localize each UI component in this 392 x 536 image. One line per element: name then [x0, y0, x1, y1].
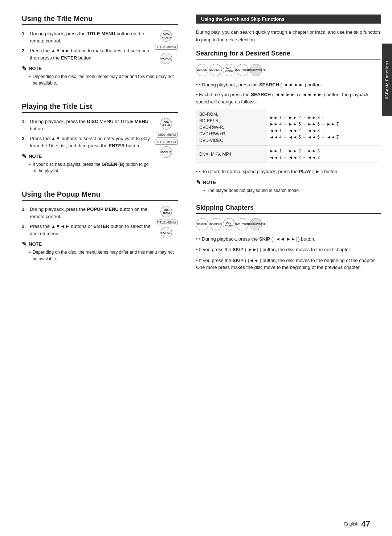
step2: 2. Press the ▲▼◄► buttons to make the de… [22, 47, 151, 61]
disc-icons-row2: BD-ROM BD-RE/-R DVD-VIDEO DVD+RW/+R DivX… [196, 218, 381, 230]
bd-rom-btn: BD-ROM [160, 206, 172, 217]
section3-note: ✎ NOTE Depending on the disc, the menu i… [22, 241, 178, 262]
section-title-list: Playing the Title List BD-RE/-R DISC MEN… [22, 102, 178, 180]
section2-btn-group: BD-RE/-R DISC MENU TITLE MENU POPUP [155, 118, 178, 159]
popup-btn2: POPUP [160, 146, 172, 158]
popup-btn3: POPUP [160, 227, 172, 238]
section3-title: Using the Popup Menu [22, 190, 178, 201]
section3-note-list: Depending on the disc, the menu items ma… [22, 249, 178, 262]
speed-label1: BD-ROM,BD-RE/-R,DVD-RW/-R,DVD+RW/+R,DVD-… [196, 109, 266, 146]
searching-bullets: • During playback, press the SEARCH ( ◄◄… [196, 81, 381, 106]
content-area: Using the Title Menu DVD-VIDEO TITLE MEN… [0, 0, 392, 519]
disc-icon2-bd-re: BD-RE/-R [209, 218, 222, 230]
searching-note-list: The player does not play sound in search… [196, 187, 381, 194]
speed-val1: ►► 1 → ►► 2 → ►► 3 → ►► 4 → ►► 5 → ►► 6 … [266, 109, 381, 146]
section1-content: DVD-VIDEO TITLE MENU POPUP 1. During pla… [22, 30, 178, 92]
step1: 1. During playback, press the DISC MENU … [22, 118, 151, 132]
disc-icon2-bd-rom: BD-ROM [196, 218, 208, 230]
search-skip-intro: During play, you can search quickly thro… [196, 29, 381, 44]
searching-note: ✎ NOTE The player does not play sound in… [196, 179, 381, 194]
note1-item: Depending on the disc, the menu items ma… [29, 73, 178, 86]
section2-title: Playing the Title List [22, 102, 178, 113]
section2-note-list: If your disc has a playlist, press the G… [22, 161, 178, 174]
left-column: Using the Title Menu DVD-VIDEO TITLE MEN… [22, 15, 189, 505]
searching-note1: The player does not play sound in search… [203, 187, 381, 194]
section-title-menu: Using the Title Menu DVD-VIDEO TITLE MEN… [22, 15, 178, 92]
skip-bullet3: If you press the SKIP ( |◄◄ ) button, th… [196, 257, 381, 271]
speed-label2: DivX, MKV, MP4 [196, 146, 266, 163]
note2-item: If your disc has a playlist, press the G… [29, 161, 178, 174]
disc-icon2-dvd-video: DVD-VIDEO [223, 218, 235, 230]
note-label3: ✎ NOTE [22, 241, 151, 247]
side-tab-label: Basic Functions [385, 61, 389, 94]
popup-btn: POPUP [160, 53, 172, 64]
footer: English 47 [0, 519, 392, 536]
step2: 2. Press the ▲▼ buttons to select an ent… [22, 135, 151, 149]
speed-row1: BD-ROM,BD-RE/-R,DVD-RW/-R,DVD+RW/+R,DVD-… [196, 109, 381, 146]
bd-re-btn: BD-RE/-R [160, 118, 172, 130]
title-menu-btn2: TITLE MENU [155, 139, 178, 145]
disc-icons-row1: BD-ROM BD-RE/-R DVD-VIDEO DVD+RW/+R DivX… [196, 64, 381, 76]
speed-val2: ►► 1 → ►► 2 → ►► 3 ◄◄ 1 → ◄◄ 2 → ◄◄ 3 [266, 146, 381, 163]
disc-icon-dvd-video: DVD-VIDEO [223, 64, 235, 76]
note3-item: Depending on the disc, the menu items ma… [29, 249, 178, 262]
note-label2: ✎ NOTE [22, 153, 151, 160]
right-column: Using the Search and Skip Functions Duri… [189, 15, 381, 505]
search-bullet1: • During playback, press the SEARCH ( ◄◄… [196, 81, 381, 89]
section1-title: Using the Title Menu [22, 15, 178, 25]
step1: 1. During playback, press the POPUP MENU… [22, 206, 151, 220]
section1-btn-group: DVD-VIDEO TITLE MENU POPUP [155, 30, 178, 65]
search-bullet3: • To return to normal speed playback, pr… [196, 168, 381, 175]
note-label: ✎ NOTE [22, 65, 151, 72]
title-menu-btn: TITLE MENU [155, 44, 178, 50]
section2-content: BD-RE/-R DISC MENU TITLE MENU POPUP 1. D… [22, 118, 178, 180]
section3-btn-group: BD-ROM TITLE MENU POPUP [155, 206, 178, 239]
searching-title: Searching for a Desired Scene [196, 50, 381, 60]
disc-icon-bd-re: BD-RE/-R [209, 64, 222, 76]
skipping-title: Skipping Chapters [196, 204, 381, 214]
section-popup-menu: Using the Popup Menu BD-ROM TITLE MENU P… [22, 190, 178, 268]
step2: 2. Press the ▲▼◄► buttons or ENTER butto… [22, 223, 151, 237]
speed-row2: DivX, MKV, MP4 ►► 1 → ►► 2 → ►► 3 ◄◄ 1 →… [196, 146, 381, 163]
skipping-bullets: • During playback, press the SKIP ( |◄◄ … [196, 236, 381, 271]
search-skip-header: Using the Search and Skip Functions [196, 15, 381, 24]
side-tab-number: 06 [385, 94, 389, 99]
section3-content: BD-ROM TITLE MENU POPUP 1. During playba… [22, 206, 178, 268]
skip-bullet1: • During playback, press the SKIP ( |◄◄ … [196, 236, 381, 243]
page-number: 47 [362, 519, 370, 529]
section-searching: Searching for a Desired Scene BD-ROM BD-… [196, 50, 381, 194]
disc-icon-bd-rom: BD-ROM [196, 64, 208, 76]
note-label-r1: ✎ NOTE [196, 179, 381, 186]
disc-icon2-divx: DivX/MKV/MP4 [250, 218, 262, 230]
section1-note: ✎ NOTE Depending on the disc, the menu i… [22, 65, 178, 86]
title-menu-btn3: TITLE MENU [155, 220, 178, 225]
section-skipping: Skipping Chapters BD-ROM BD-RE/-R DVD-VI… [196, 204, 381, 271]
section1-note-list: Depending on the disc, the menu items ma… [22, 73, 178, 86]
dvd-video-btn: DVD-VIDEO [160, 30, 172, 42]
speed-table: BD-ROM,BD-RE/-R,DVD-RW/-R,DVD+RW/+R,DVD-… [196, 109, 381, 163]
side-tab: 06 Basic Functions [382, 44, 392, 116]
page: 06 Basic Functions Using the Title Menu … [0, 0, 392, 536]
footer-language: English [344, 521, 358, 527]
disc-icon-divx: DivX/MKV/MP4 [250, 64, 262, 76]
step1: 1. During playback, press the TITLE MENU… [22, 30, 151, 44]
search-bullet2: Each time you press the SEARCH ( ◄◄ ►► )… [196, 91, 381, 105]
skip-bullet2: If you press the SKIP ( ►►| ) button, th… [196, 246, 381, 253]
searching-bullets2: • To return to normal speed playback, pr… [196, 168, 381, 175]
disc-menu-btn: DISC MENU [156, 132, 178, 138]
